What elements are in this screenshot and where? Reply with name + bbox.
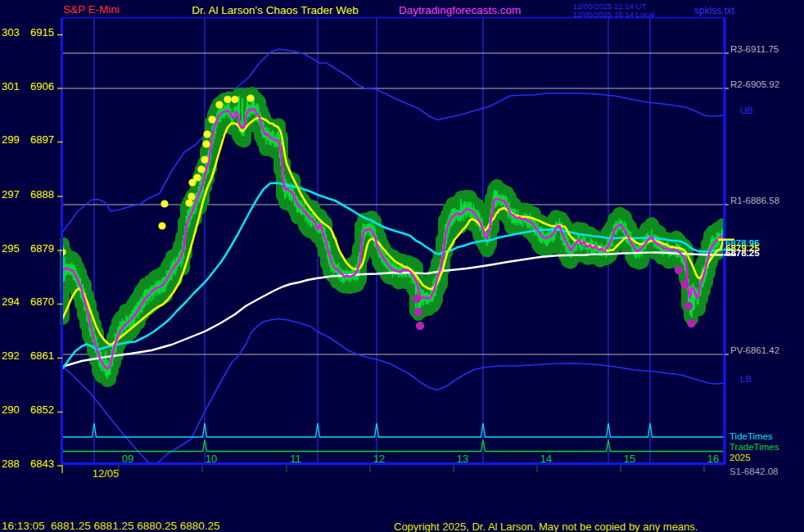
hour-label-12: 12 [373, 453, 385, 463]
price-scale-value: 6897 [30, 134, 54, 145]
price-axis-label: 3036915 [2, 27, 54, 38]
site-link[interactable]: Daytradingforecasts.com [399, 5, 521, 16]
pivot-label-pv: PV-6861.42 [730, 346, 779, 356]
price-scale-value: 6852 [30, 404, 54, 415]
price-chart-canvas [0, 0, 804, 532]
alt-scale-value: 290 [2, 404, 24, 415]
price-scale-value: 6915 [30, 27, 54, 38]
price-scale-value: 6906 [30, 80, 54, 91]
band-label-lb: LB [740, 375, 752, 385]
pivot-label-r2: R2-6905.92 [730, 80, 779, 90]
hour-label-11: 11 [290, 453, 301, 463]
price-axis-label: 2976888 [2, 188, 54, 199]
price-axis-label: 2996897 [2, 134, 54, 145]
alt-scale-value: 288 [2, 458, 24, 468]
price-axis-label: 3016906 [2, 80, 54, 91]
price-scale-value: 6888 [30, 188, 54, 199]
alt-scale-value: 299 [2, 134, 24, 145]
alt-scale-value: 295 [2, 242, 24, 253]
pivot-label-r1: R1-6886.58 [730, 196, 779, 206]
hour-label-14: 14 [540, 453, 552, 463]
chaos-trader-chart-page: S&P E-Mini Dr. Al Larson's Chaos Trader … [0, 0, 804, 532]
copyright-notice: Copyright 2025, Dr. Al Larson. May not b… [394, 521, 698, 532]
price-axis-label: 2946870 [2, 296, 54, 307]
pivot-label-r3: R3-6911.75 [730, 45, 779, 55]
side-label-tradetimes: TradeTimes [729, 443, 779, 453]
side-label-tidetimes: TideTimes [729, 432, 773, 442]
date-label: 12/05 [93, 467, 120, 478]
alt-scale-value: 303 [2, 27, 24, 38]
data-file-link[interactable]: spkiss.txt [694, 6, 734, 16]
alt-scale-value: 297 [2, 188, 24, 199]
hour-label-15: 15 [624, 453, 635, 463]
hour-label-09: 09 [122, 453, 133, 463]
symbol-label: S&P E-Mini [63, 4, 120, 16]
band-label-ub: UB [740, 106, 753, 116]
price-axis-label: 2906852 [2, 404, 54, 415]
hour-label-13: 13 [457, 453, 468, 463]
alt-scale-value: 294 [2, 296, 24, 307]
price-axis-label: 2886843 [2, 458, 54, 468]
timestamp-local: 12/05/2025 16:14 Local [573, 11, 654, 19]
price-axis-label: 2956879 [2, 242, 54, 253]
status-time-quotes: 16:13:05 6881.25 6881.25 6880.25 6880.25 [2, 521, 220, 532]
side-label-s1-6842-08: S1-6842.08 [729, 467, 778, 477]
page-title: Dr. Al Larson's Chaos Trader Web [192, 5, 358, 16]
alt-scale-value: 301 [2, 80, 24, 91]
hour-label-16: 16 [707, 453, 719, 463]
price-scale-value: 6879 [30, 242, 54, 253]
alt-scale-value: 292 [2, 350, 24, 361]
price-scale-value: 6870 [30, 296, 54, 307]
side-label-2025: 2025 [729, 453, 751, 463]
price-scale-value: 6843 [30, 458, 54, 468]
price-scale-value: 6861 [30, 350, 54, 361]
last-value-label-2: 6878.25 [725, 249, 760, 259]
price-axis-label: 2926861 [2, 350, 54, 361]
hour-label-10: 10 [206, 453, 217, 463]
